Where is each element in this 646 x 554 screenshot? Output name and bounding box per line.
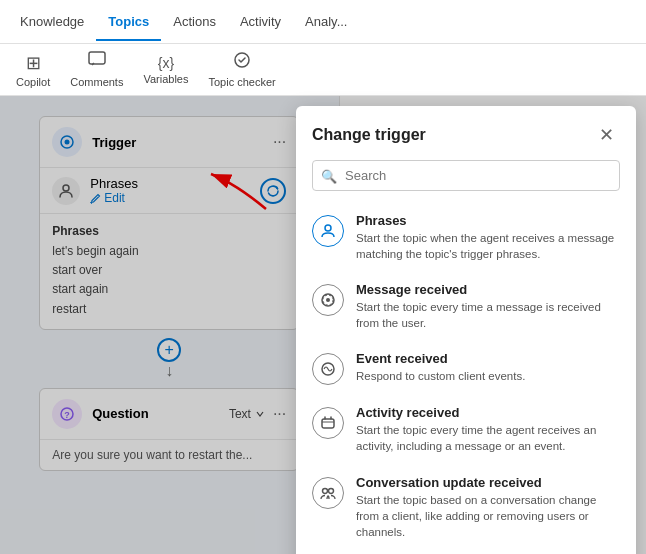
trigger-option-invoke[interactable]: Invoke received Respond to advanced inpu… [304,550,628,554]
toolbar-topic-checker[interactable]: Topic checker [208,51,275,88]
svg-rect-0 [89,52,105,64]
event-option-content: Event received Respond to custom client … [356,351,525,384]
event-option-title: Event received [356,351,525,366]
svg-point-10 [326,298,330,302]
change-trigger-dialog: Change trigger ✕ 🔍 Phras [296,106,636,554]
toolbar-variables[interactable]: {x} Variables [143,55,188,85]
svg-point-15 [329,488,334,493]
toolbar-variables-label: Variables [143,73,188,85]
nav-item-knowledge[interactable]: Knowledge [8,2,96,41]
activity-option-icon [312,407,344,439]
toolbar-comments-label: Comments [70,76,123,88]
phrases-option-content: Phrases Start the topic when the agent r… [356,213,620,262]
nav-item-actions[interactable]: Actions [161,2,228,41]
conversation-option-icon [312,477,344,509]
conversation-option-content: Conversation update received Start the t… [356,475,620,540]
trigger-option-activity[interactable]: Activity received Start the topic every … [304,395,628,464]
trigger-options-list: Phrases Start the topic when the agent r… [296,203,636,554]
topic-checker-icon [233,51,251,74]
main-area: Trigger ··· Phrases Edit [0,96,646,554]
dialog-overlay: Change trigger ✕ 🔍 Phras [0,96,646,554]
message-option-icon [312,284,344,316]
activity-option-title: Activity received [356,405,620,420]
trigger-option-phrases[interactable]: Phrases Start the topic when the agent r… [304,203,628,272]
copilot-icon: ⊞ [26,52,41,74]
toolbar-copilot[interactable]: ⊞ Copilot [16,52,50,88]
variables-icon: {x} [158,55,174,71]
nav-item-topics[interactable]: Topics [96,2,161,41]
toolbar-copilot-label: Copilot [16,76,50,88]
search-icon: 🔍 [321,168,337,183]
message-option-desc: Start the topic every time a message is … [356,299,620,331]
svg-rect-13 [322,419,334,428]
phrases-option-icon [312,215,344,247]
nav-item-analytics[interactable]: Analy... [293,2,359,41]
comments-icon [88,51,106,74]
conversation-option-title: Conversation update received [356,475,620,490]
conversation-option-desc: Start the topic based on a conversation … [356,492,620,540]
activity-option-desc: Start the topic every time the agent rec… [356,422,620,454]
dialog-close-button[interactable]: ✕ [593,122,620,148]
top-nav: Knowledge Topics Actions Activity Analy.… [0,0,646,44]
dialog-header: Change trigger ✕ [296,106,636,160]
dialog-search-container: 🔍 [312,160,620,191]
activity-option-content: Activity received Start the topic every … [356,405,620,454]
trigger-option-event[interactable]: Event received Respond to custom client … [304,341,628,395]
phrases-option-desc: Start the topic when the agent receives … [356,230,620,262]
dialog-title: Change trigger [312,126,426,144]
message-option-content: Message received Start the topic every t… [356,282,620,331]
toolbar-topic-checker-label: Topic checker [208,76,275,88]
nav-item-activity[interactable]: Activity [228,2,293,41]
event-option-icon [312,353,344,385]
trigger-option-message[interactable]: Message received Start the topic every t… [304,272,628,341]
phrases-option-title: Phrases [356,213,620,228]
svg-point-14 [323,488,328,493]
toolbar: ⊞ Copilot Comments {x} Variables Topic c… [0,44,646,96]
trigger-option-conversation[interactable]: Conversation update received Start the t… [304,465,628,550]
message-option-title: Message received [356,282,620,297]
event-option-desc: Respond to custom client events. [356,368,525,384]
svg-point-8 [325,225,331,231]
search-input[interactable] [312,160,620,191]
toolbar-comments[interactable]: Comments [70,51,123,88]
